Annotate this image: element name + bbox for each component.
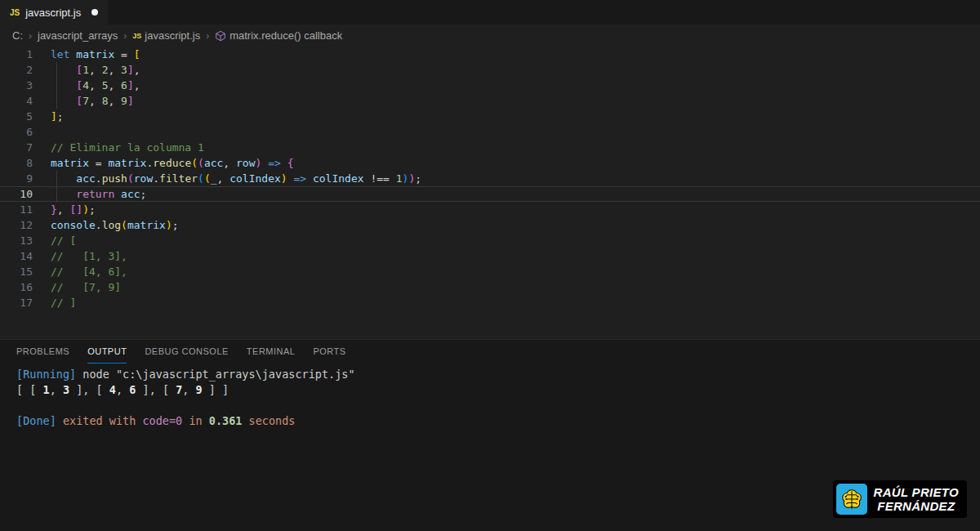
token	[51, 172, 76, 185]
line-number[interactable]: 4	[0, 93, 33, 109]
token: 4	[109, 383, 116, 396]
token: ,	[134, 64, 140, 76]
token: }	[51, 203, 57, 216]
token: =	[114, 48, 133, 60]
line-number[interactable]: 1	[0, 47, 33, 62]
line-number[interactable]: 9	[0, 171, 33, 186]
modified-dot-icon[interactable]	[91, 9, 98, 16]
code-line[interactable]: 17// ]	[0, 295, 980, 310]
token: console	[51, 219, 96, 231]
line-number[interactable]: 10	[0, 186, 33, 202]
token: ,	[57, 203, 70, 216]
token	[51, 64, 76, 76]
line-number[interactable]: 13	[0, 233, 33, 248]
code-line[interactable]: 8matrix = matrix.reduce((acc, row) => {	[0, 155, 980, 171]
token: [	[76, 95, 82, 107]
code-line[interactable]: 15// [4, 6],	[0, 264, 980, 279]
token	[56, 414, 63, 427]
token	[306, 172, 313, 185]
chevron-right-icon: ›	[29, 30, 32, 42]
code-line[interactable]: 2 [1, 2, 3],	[0, 62, 980, 78]
panel-tab-debug-console[interactable]: DEBUG CONSOLE	[145, 340, 228, 364]
token: matrix	[108, 157, 146, 169]
code-line[interactable]: 16// [7, 9]	[0, 279, 980, 295]
code-line[interactable]: 1let matrix = [	[0, 47, 980, 62]
code-line[interactable]: 9 acc.push(row.filter((_, colIndex) => c…	[0, 171, 980, 186]
code-line[interactable]: 14// [1, 3],	[0, 248, 980, 264]
indent-guide	[56, 186, 57, 202]
token: ]	[127, 64, 134, 76]
code-line[interactable]: 12console.log(matrix);	[0, 217, 980, 233]
token: ;	[172, 219, 179, 231]
logo-line2: FERNÁNDEZ	[874, 499, 959, 513]
token: ,	[182, 383, 195, 396]
token: 1	[82, 64, 89, 76]
token: ]	[127, 79, 134, 91]
code-line[interactable]: 10 return acc;	[0, 186, 980, 202]
token: ,	[89, 79, 102, 91]
line-number[interactable]: 3	[0, 78, 33, 93]
code-line[interactable]: 7// Eliminar la columna 1	[0, 140, 980, 155]
line-number[interactable]: 15	[0, 264, 33, 279]
token: 1	[43, 383, 50, 396]
panel-tab-bar: PROBLEMS OUTPUT DEBUG CONSOLE TERMINAL P…	[0, 340, 980, 364]
line-number[interactable]: 8	[0, 155, 33, 171]
token: // Eliminar la columna 1	[51, 141, 204, 154]
code-line[interactable]: 11}, []);	[0, 202, 980, 217]
token: 9	[196, 383, 203, 396]
breadcrumb-file[interactable]: JS javascript.js	[132, 29, 200, 42]
token: .	[96, 172, 102, 185]
token: ,	[116, 383, 129, 396]
indent-guide	[56, 78, 57, 93]
token: return	[76, 188, 114, 200]
line-number[interactable]: 5	[0, 109, 33, 124]
token	[281, 157, 287, 169]
indent-guide	[56, 171, 57, 186]
breadcrumb-symbol[interactable]: matrix.reduce() callback	[215, 29, 342, 42]
code-line[interactable]: 13// [	[0, 233, 980, 248]
code-line[interactable]: 4 [7, 8, 9]	[0, 93, 980, 109]
token: ,	[108, 64, 121, 76]
token	[114, 188, 121, 200]
panel-tab-terminal[interactable]: TERMINAL	[247, 340, 296, 364]
code-line[interactable]: 6	[0, 124, 980, 140]
chevron-right-icon: ›	[206, 30, 209, 42]
code-editor[interactable]: 1let matrix = [2 [1, 2, 3],3 [4, 5, 6],4…	[0, 47, 980, 339]
token: ;	[140, 188, 147, 200]
token: matrix	[51, 157, 89, 169]
token: ,	[217, 172, 230, 185]
token: row	[236, 157, 255, 169]
token: .	[153, 172, 159, 185]
line-number[interactable]: 14	[0, 248, 33, 264]
token: (	[121, 219, 127, 231]
line-number[interactable]: 6	[0, 124, 33, 140]
line-number[interactable]: 7	[0, 140, 33, 155]
token: colIndex	[313, 172, 364, 185]
token: .	[96, 219, 102, 231]
panel-tab-problems[interactable]: PROBLEMS	[16, 340, 69, 364]
panel-tab-ports[interactable]: PORTS	[313, 340, 345, 364]
breadcrumb-symbol-label: matrix.reduce() callback	[229, 29, 342, 42]
token: 1	[396, 172, 403, 185]
line-number[interactable]: 16	[0, 279, 33, 295]
token: colIndex	[229, 172, 281, 185]
token: // ]	[51, 297, 76, 309]
line-number[interactable]: 2	[0, 62, 33, 78]
js-file-icon: JS	[10, 8, 20, 17]
token: seconds	[249, 414, 296, 427]
logo-line1: RAÚL PRIETO	[874, 485, 959, 499]
token: ,	[108, 95, 121, 107]
editor-tab-javascript[interactable]: JS javascript.js	[0, 0, 108, 25]
token: // [7, 9]	[51, 281, 121, 293]
code-line[interactable]: 3 [4, 5, 6],	[0, 78, 980, 93]
token	[51, 188, 76, 200]
output-line: [Done] exited with code=0 in 0.361 secon…	[16, 413, 980, 429]
panel-tab-output[interactable]: OUTPUT	[87, 340, 127, 364]
line-number[interactable]: 12	[0, 217, 33, 233]
line-number[interactable]: 11	[0, 202, 33, 217]
line-number[interactable]: 17	[0, 295, 33, 310]
token: 7	[82, 95, 89, 107]
breadcrumb-drive[interactable]: C:	[12, 29, 23, 42]
breadcrumb-folder[interactable]: javascript_arrays	[38, 29, 118, 42]
code-line[interactable]: 5];	[0, 109, 980, 124]
